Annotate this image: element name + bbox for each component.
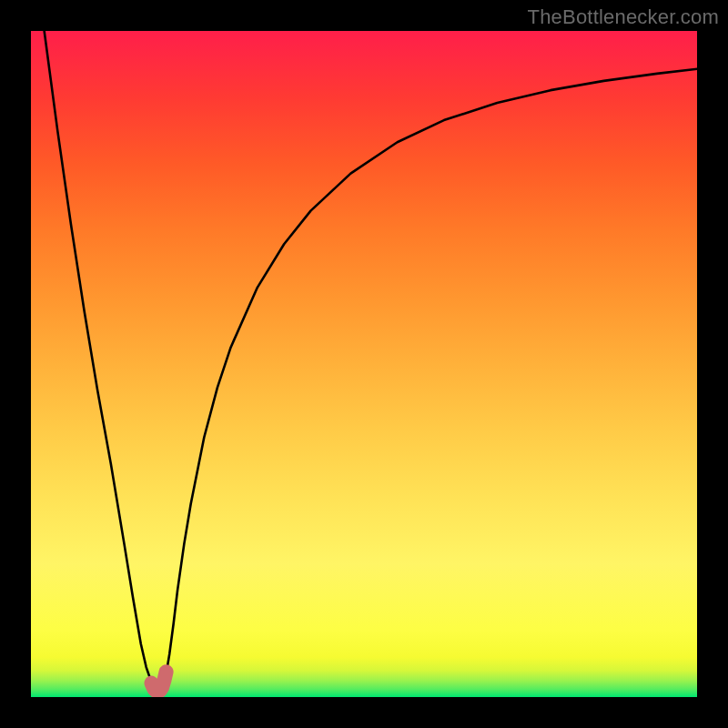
minimum-marker — [151, 672, 166, 691]
bottleneck-curve — [31, 31, 697, 689]
chart-frame: TheBottlenecker.com — [0, 0, 728, 728]
curve-layer — [31, 31, 697, 697]
watermark-text: TheBottlenecker.com — [528, 5, 719, 29]
plot-area — [31, 31, 697, 697]
